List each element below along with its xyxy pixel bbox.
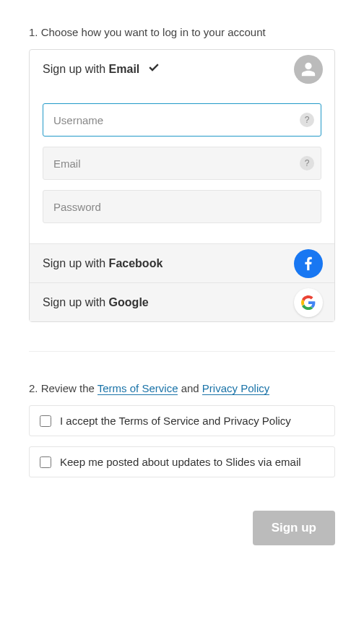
option-email[interactable]: Sign up with Email — [30, 50, 334, 89]
check-icon — [148, 62, 160, 77]
updates-label[interactable]: Keep me posted about updates to Slides v… — [60, 456, 301, 468]
section-divider — [29, 351, 335, 352]
step1-label: 1. Choose how you want to log in to your… — [29, 25, 335, 40]
step2-label: 2. Review the Terms of Service and Priva… — [29, 381, 335, 396]
terms-link[interactable]: Terms of Service — [98, 382, 178, 395]
google-icon — [294, 288, 323, 317]
option-facebook-label: Sign up with Facebook — [43, 257, 162, 270]
accept-terms-label[interactable]: I accept the Terms of Service and Privac… — [60, 415, 291, 427]
help-icon[interactable]: ? — [300, 156, 314, 170]
updates-row[interactable]: Keep me posted about updates to Slides v… — [29, 446, 335, 477]
person-icon — [294, 55, 323, 84]
accept-terms-checkbox[interactable] — [40, 415, 51, 427]
password-field[interactable] — [43, 190, 321, 223]
updates-checkbox[interactable] — [40, 456, 51, 468]
privacy-link[interactable]: Privacy Policy — [202, 382, 269, 395]
signup-options-box: Sign up with Email ? ? Si — [29, 49, 335, 322]
option-google-label: Sign up with Google — [43, 296, 149, 309]
option-facebook[interactable]: Sign up with Facebook — [30, 243, 334, 282]
option-email-label: Sign up with Email — [43, 63, 139, 76]
email-field[interactable] — [43, 147, 321, 180]
option-google[interactable]: Sign up with Google — [30, 282, 334, 321]
help-icon[interactable]: ? — [300, 113, 314, 127]
signup-button[interactable]: Sign up — [253, 511, 335, 545]
facebook-icon — [294, 249, 323, 278]
username-field[interactable] — [43, 103, 321, 137]
email-signup-form: ? ? — [30, 89, 334, 243]
accept-terms-row[interactable]: I accept the Terms of Service and Privac… — [29, 405, 335, 436]
